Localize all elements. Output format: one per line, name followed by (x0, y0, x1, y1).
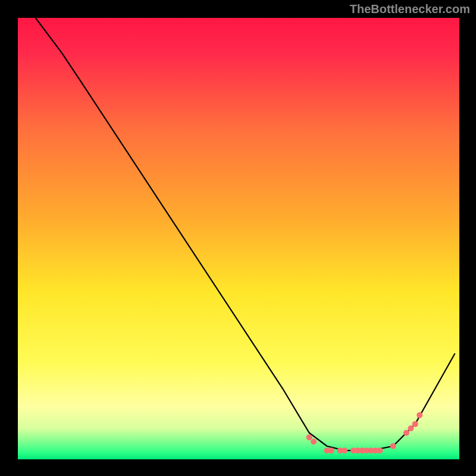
chart-marker (408, 425, 414, 431)
plot-background (18, 18, 459, 459)
chart-marker (377, 447, 383, 453)
chart-marker (342, 447, 347, 453)
watermark: TheBottlenecker.com (350, 2, 470, 16)
chart-marker (412, 421, 418, 427)
chart-marker (403, 430, 409, 436)
chart-marker (390, 443, 396, 449)
chart-svg (0, 0, 476, 476)
chart-marker (328, 447, 334, 453)
chart-marker (416, 412, 422, 418)
chart-marker (311, 439, 317, 444)
chart-marker (306, 434, 312, 440)
chart-container: TheBottlenecker.com (0, 0, 476, 476)
